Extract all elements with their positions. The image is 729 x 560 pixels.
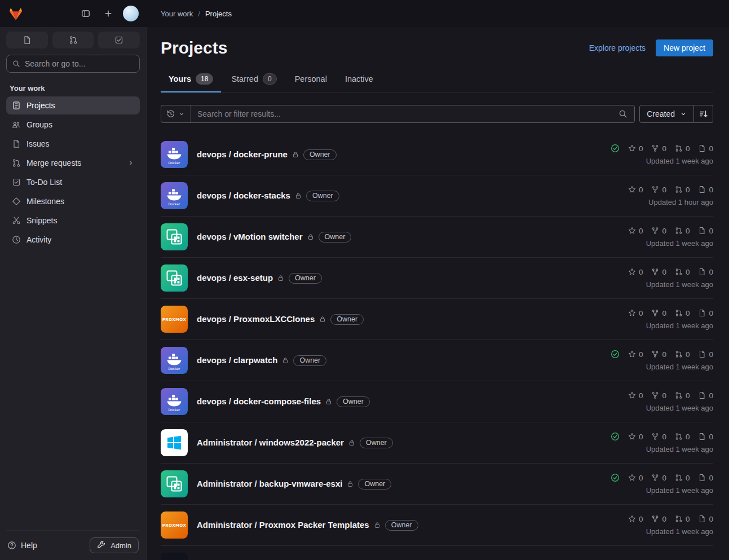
pipeline-success-icon[interactable] <box>611 350 620 359</box>
sidebar-toggle-button[interactable] <box>78 6 94 21</box>
issues-stat[interactable]: 0 <box>698 391 713 400</box>
stars-stat[interactable]: 0 <box>628 474 643 482</box>
issues-stat[interactable]: 0 <box>698 144 713 153</box>
create-new-button[interactable] <box>100 6 116 21</box>
forks-stat[interactable]: 0 <box>651 186 666 194</box>
issues-stat[interactable]: 0 <box>698 268 713 276</box>
sidebar-item-milestones[interactable]: Milestones <box>6 192 140 210</box>
project-link[interactable]: Administrator / Proxmox Packer Templates <box>197 520 369 530</box>
issues-stat[interactable]: 0 <box>698 186 713 194</box>
recent-searches-dropdown[interactable] <box>161 105 191 122</box>
shortcut-merge-requests-button[interactable] <box>52 32 94 48</box>
issues-stat[interactable]: 0 <box>698 309 713 318</box>
merge-requests-stat[interactable]: 0 <box>675 433 690 441</box>
search-or-go-to[interactable]: Search or go to... <box>6 55 140 73</box>
new-project-button[interactable]: New project <box>656 39 713 56</box>
stars-stat[interactable]: 0 <box>628 433 643 441</box>
sort-by-dropdown[interactable]: Created <box>639 105 694 123</box>
project-avatar[interactable] <box>161 553 188 560</box>
pipeline-success-icon[interactable] <box>611 144 620 153</box>
svg-text:Docker: Docker <box>168 408 180 412</box>
stars-stat[interactable]: 0 <box>628 227 643 235</box>
stars-stat[interactable]: 0 <box>628 391 643 400</box>
issues-stat[interactable]: 0 <box>698 515 713 523</box>
sidebar-item-activity[interactable]: Activity <box>6 231 140 249</box>
gitlab-logo[interactable] <box>8 6 24 21</box>
forks-stat[interactable]: 0 <box>651 515 666 523</box>
project-link[interactable]: devops / ProxmoxLXCClones <box>197 314 315 324</box>
forks-stat[interactable]: 0 <box>651 350 666 359</box>
stars-stat[interactable]: 0 <box>628 268 643 276</box>
shortcut-issues-button[interactable] <box>6 32 48 48</box>
sort-direction-button[interactable] <box>694 105 713 123</box>
merge-requests-stat[interactable]: 0 <box>675 227 690 235</box>
project-link[interactable]: devops / esx-setup <box>197 273 273 283</box>
merge-requests-stat[interactable]: 0 <box>675 350 690 359</box>
tab-starred[interactable]: Starred 0 <box>223 67 284 92</box>
issues-stat[interactable]: 0 <box>698 227 713 235</box>
forks-stat[interactable]: 0 <box>651 474 666 482</box>
project-avatar[interactable]: Docker <box>161 347 188 374</box>
stars-stat[interactable]: 0 <box>628 515 643 523</box>
sidebar-item-projects[interactable]: Projects <box>6 96 140 114</box>
issues-stat[interactable]: 0 <box>698 433 713 441</box>
merge-requests-stat[interactable]: 0 <box>675 309 690 318</box>
sidebar-item-issues[interactable]: Issues <box>6 135 140 153</box>
forks-stat[interactable]: 0 <box>651 227 666 235</box>
merge-requests-stat[interactable]: 0 <box>675 474 690 482</box>
project-avatar[interactable] <box>161 470 188 497</box>
stars-stat[interactable]: 0 <box>628 186 643 194</box>
sidebar-item-groups[interactable]: Groups <box>6 116 140 134</box>
forks-stat[interactable]: 0 <box>651 309 666 318</box>
stars-stat[interactable]: 0 <box>628 144 643 153</box>
merge-requests-stat[interactable]: 0 <box>675 144 690 153</box>
tab-personal[interactable]: Personal <box>287 67 335 92</box>
merge-requests-stat[interactable]: 0 <box>675 268 690 276</box>
project-avatar[interactable]: PROXMOX <box>161 512 188 539</box>
sidebar-item-to-do-list[interactable]: To-Do List <box>6 173 140 191</box>
project-avatar[interactable] <box>161 223 188 250</box>
project-avatar[interactable] <box>161 264 188 292</box>
tab-label: Starred <box>231 74 258 83</box>
project-link[interactable]: devops / vMotion switcher <box>197 232 303 242</box>
merge-requests-stat[interactable]: 0 <box>675 186 690 194</box>
merge-requests-stat[interactable]: 0 <box>675 391 690 400</box>
forks-stat[interactable]: 0 <box>651 144 666 153</box>
sidebar-item-snippets[interactable]: Snippets <box>6 211 140 230</box>
tab-yours[interactable]: Yours 18 <box>161 67 221 92</box>
search-submit-button[interactable] <box>612 105 634 122</box>
user-avatar[interactable] <box>123 6 139 21</box>
project-avatar[interactable] <box>161 429 188 456</box>
project-link[interactable]: devops / docker-stacks <box>197 191 290 201</box>
project-link[interactable]: devops / docker-compose-files <box>197 396 321 407</box>
shortcut-todo-button[interactable] <box>98 32 140 48</box>
pipeline-success-icon[interactable] <box>611 473 620 482</box>
merge-requests-stat[interactable]: 0 <box>675 515 690 523</box>
pipeline-success-icon[interactable] <box>611 432 620 441</box>
help-button[interactable]: Help <box>7 541 37 550</box>
explore-projects-link[interactable]: Explore projects <box>589 43 646 52</box>
forks-stat[interactable]: 0 <box>651 391 666 400</box>
project-link[interactable]: devops / docker-prune <box>197 149 288 160</box>
project-avatar[interactable]: PROXMOX <box>161 306 188 333</box>
project-link[interactable]: Administrator / windows2022-packer <box>197 438 344 448</box>
project-link[interactable]: devops / clarpwatch <box>197 355 277 365</box>
project-avatar[interactable]: Docker <box>161 141 188 168</box>
stars-stat[interactable]: 0 <box>628 350 643 359</box>
issues-stat[interactable]: 0 <box>698 350 713 359</box>
tab-inactive[interactable]: Inactive <box>337 67 381 92</box>
project-avatar[interactable]: Docker <box>161 388 188 415</box>
forks-count: 0 <box>662 144 666 153</box>
stars-stat[interactable]: 0 <box>628 309 643 318</box>
issues-stat[interactable]: 0 <box>698 474 713 482</box>
breadcrumb-your-work[interactable]: Your work <box>161 10 193 18</box>
issues-count: 0 <box>709 309 713 318</box>
admin-button[interactable]: Admin <box>90 537 139 553</box>
project-stats: 0 0 0 0 <box>611 308 713 318</box>
forks-stat[interactable]: 0 <box>651 268 666 276</box>
project-avatar[interactable]: Docker <box>161 182 188 209</box>
sidebar-item-merge-requests[interactable]: Merge requests <box>6 154 140 172</box>
forks-stat[interactable]: 0 <box>651 433 666 441</box>
filter-search-input[interactable] <box>191 109 612 118</box>
project-link[interactable]: Administrator / backup-vmware-esxi <box>197 479 342 489</box>
